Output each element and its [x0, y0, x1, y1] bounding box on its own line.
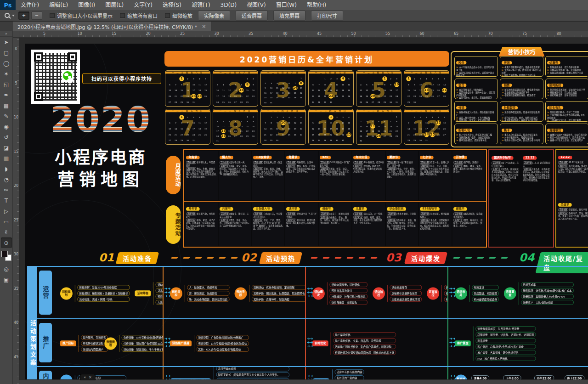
double-festival-card: 11.11活动主题11.11 剁手党狂欢节适用行业全品类，电商年度狂欢节，通过多… — [522, 152, 552, 245]
menu-item[interactable]: 视图(V) — [242, 0, 271, 10]
type-tool[interactable]: T — [1, 195, 12, 206]
clone-stamp-tool[interactable]: ◉ — [1, 121, 12, 132]
date: 17 — [270, 92, 273, 94]
date: 27 — [312, 101, 315, 103]
screen-mode-icon[interactable]: ▣ — [1, 274, 12, 285]
date: 16 — [419, 127, 422, 130]
tip-line: ≫ 预告+红包雨留住观众，提升观看时长 — [547, 136, 587, 139]
date: 30 — [187, 139, 189, 142]
highlighted-date: 12 — [436, 120, 441, 125]
mini-panel-icon[interactable]: × — [89, 375, 92, 379]
checkbox-label: 调整窗口大小以满屏显示 — [57, 12, 113, 19]
date: 22 — [270, 133, 273, 136]
foreground-color-swatch[interactable] — [1, 251, 8, 257]
checkbox-icon[interactable] — [165, 13, 170, 18]
option-checkbox[interactable]: 缩放所有窗口 — [120, 12, 158, 19]
checkbox-icon[interactable] — [120, 13, 125, 18]
date: 1 — [396, 115, 398, 118]
eyedropper-tool[interactable]: ✒ — [1, 90, 12, 100]
date: 15 — [181, 89, 183, 92]
mindmap-leaf: 补货商品库存跟进 — [444, 297, 447, 302]
crop-tool[interactable]: ◱ — [1, 79, 12, 90]
history-brush-tool[interactable]: ↺ — [1, 132, 12, 142]
dash — [311, 257, 318, 259]
options-button[interactable]: 填充屏幕 — [273, 11, 305, 21]
menu-item[interactable]: 文字(Y) — [129, 0, 158, 10]
options-button[interactable]: 打印尺寸 — [311, 11, 343, 21]
date: 19 — [312, 133, 315, 136]
menu-item[interactable]: 3D(D) — [215, 0, 242, 10]
plan-rows: 活动策划文案 运营目标规划目标拆解：复盘2019年活动数据目标规划：销售目标 /… — [25, 266, 588, 384]
menu-item[interactable]: 选择(S) — [158, 0, 187, 10]
options-button[interactable]: 适合屏幕 — [236, 11, 268, 21]
gradient-tool[interactable]: ▥ — [1, 153, 12, 164]
tools-panel: » ➤▢◯✶◱✒▩✎◉↺◪▥◗◔✑T▷▭✌⊙◎▣ — [0, 31, 13, 384]
activity-theme: 活动主题狂欢剁手，818暑期购物节 — [420, 212, 451, 218]
zoom-in-button[interactable]: + — [18, 11, 29, 20]
menu-item[interactable]: 图层(L) — [100, 0, 129, 10]
date: 24 — [336, 95, 339, 98]
date: 8 — [181, 122, 183, 124]
color-swatches[interactable] — [1, 251, 11, 261]
mindmap-leaf: ROI · 推广费用投入产出比 — [475, 356, 536, 361]
document-canvas[interactable]: 扫码可以获得小程序扶持 2020 小程序电商 营销地图 2020营销日历&全年营… — [19, 38, 588, 384]
toolbar-collapse-icon[interactable]: » — [0, 31, 12, 37]
zoom-out-button[interactable]: − — [31, 11, 42, 20]
option-checkbox[interactable]: 细微缩放 — [165, 12, 192, 19]
menu-item[interactable]: 文件(F) — [16, 0, 44, 10]
date: 17 — [192, 127, 195, 130]
date: 1 — [324, 77, 327, 80]
menu-item[interactable]: 帮助(H) — [302, 0, 331, 10]
menu-item[interactable]: 窗口(W) — [271, 0, 302, 10]
horizontal-scrollbar[interactable] — [19, 379, 588, 384]
menu-item[interactable]: 编辑(E) — [44, 0, 73, 10]
mini-panel-icon[interactable]: « — [84, 375, 86, 379]
path-select-tool[interactable]: ▷ — [1, 206, 12, 216]
marquee-tool[interactable]: ▢ — [1, 47, 12, 58]
phase-cell: ➔➔➔➔➔➔活动收尾物流发货售后跟进、问题处理积分差额返现或返券店铺复盘目标完成… — [447, 267, 588, 318]
date: 9 — [187, 83, 189, 86]
date: 3 — [419, 77, 422, 80]
date: 8 — [270, 122, 273, 124]
date: 4 — [372, 120, 374, 123]
mindmap-leaf: 激活站内页面用户 — [81, 347, 107, 352]
checkbox-icon[interactable] — [50, 13, 55, 18]
options-button[interactable]: 实际像素 — [198, 11, 230, 21]
document-tab[interactable]: 2020小程序电商营销地图.jpg @ 12.5% (扫码可以获得小程序扶持, … — [13, 22, 211, 31]
date: 5 — [204, 116, 207, 119]
brush-tool[interactable]: ✎ — [1, 111, 12, 121]
highlighted-date: 1 — [406, 76, 411, 81]
tip-line: ≫ 首单免邮/赠品，提升新客体验 — [456, 139, 496, 141]
eraser-tool[interactable]: ◪ — [1, 142, 12, 153]
empty-date — [372, 115, 374, 118]
lasso-tool[interactable]: ◯ — [1, 58, 12, 68]
mini-panel[interactable]: «× — [80, 374, 96, 380]
date: 30 — [276, 139, 279, 142]
tip-card: 预售≫ 新品预售提前锁定需求，降低备货风险≫ 定金膨胀玩法刺激提前下单≫ 根据预… — [500, 79, 543, 99]
menu-item[interactable]: 滤镜(T) — [187, 0, 215, 10]
quick-mask-icon[interactable]: ◎ — [1, 264, 12, 274]
shape-tool[interactable]: ▭ — [1, 216, 12, 227]
zoom-tool-badge[interactable] — [3, 12, 17, 19]
dodge-tool[interactable]: ◔ — [1, 174, 12, 185]
blur-tool[interactable]: ◗ — [1, 164, 12, 174]
pen-tool[interactable]: ✑ — [1, 185, 12, 195]
date: 27 — [288, 96, 291, 99]
magic-wand-tool[interactable]: ✶ — [1, 68, 12, 79]
hand-tool[interactable]: ✌ — [1, 227, 12, 237]
menu-item[interactable]: 图像(I) — [73, 0, 100, 10]
zoom-tool[interactable]: ⊙ — [1, 237, 12, 248]
move-tool[interactable]: ➤ — [1, 37, 12, 47]
date: 28 — [175, 101, 177, 103]
activity-industry: 适用行业数码、教育、文具、图书、服饰等可主推开学季清仓囤货价! — [453, 164, 484, 173]
activity-title: 读书节 — [286, 207, 300, 211]
activity-industry: 适用行业玩具、母婴、童装、书籍、亲子乐园等可主推陪伴孩子过一个快乐童年。 — [353, 216, 384, 225]
tip-lines: ≫ 集卡瓜分大奖玩法，拉动大促前蓄水≫ 分享好友获卡片，形成社交裂变≫ 稀有卡控… — [502, 134, 542, 141]
activity-theme: 活动主题双节气氛浓厚，花好月圆过双节 — [492, 161, 520, 167]
tool-options-bar: + − 调整窗口大小以满屏显示缩放所有窗口细微缩放 实际像素适合屏幕填充屏幕打印… — [0, 10, 588, 21]
tip-title: 优惠券 — [547, 61, 560, 64]
date: 5 — [366, 83, 368, 86]
option-checkbox[interactable]: 调整窗口大小以满屏显示 — [50, 12, 113, 19]
healing-brush-tool[interactable]: ▩ — [1, 100, 12, 111]
tab-close-icon[interactable]: × — [202, 23, 206, 29]
